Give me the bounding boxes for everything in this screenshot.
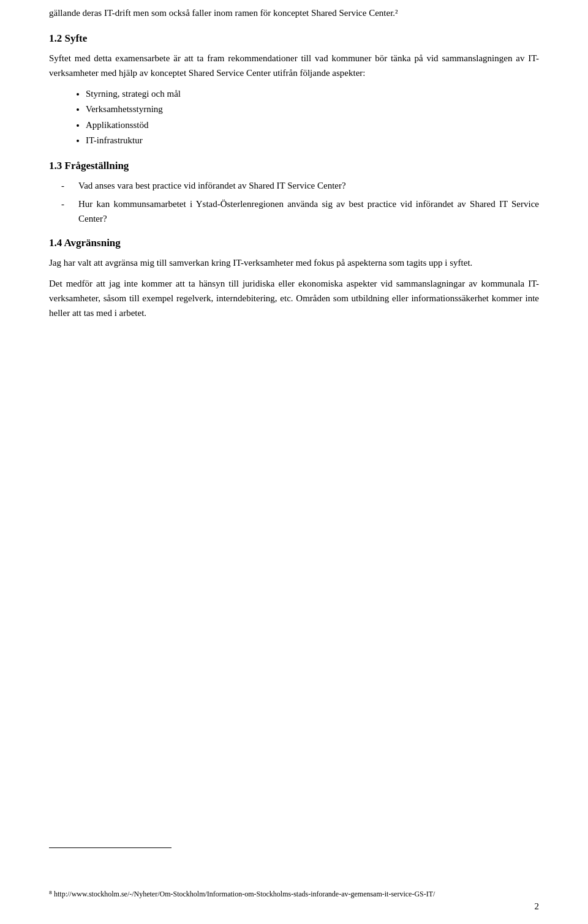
dash-text-2: Hur kan kommunsamarbetet i Ystad-Österle…	[78, 197, 539, 226]
section-13-dash-list: - Vad anses vara best practice vid inför…	[61, 178, 539, 226]
intro-text: gällande deras IT-drift men som också fa…	[49, 0, 539, 20]
section-13-title: 1.3 Frågeställning	[49, 160, 539, 172]
dash-symbol-2: -	[61, 197, 74, 211]
list-item: Styrning, strategi och mål	[86, 86, 539, 102]
dash-symbol-1: -	[61, 178, 74, 193]
section-12: 1.2 Syfte Syftet med detta examensarbete…	[49, 32, 539, 149]
section-12-body: Syftet med detta examensarbete är att ta…	[49, 51, 539, 80]
list-item: Verksamhetsstyrning	[86, 102, 539, 118]
section-12-title: 1.2 Syfte	[49, 32, 539, 45]
section-14: 1.4 Avgränsning Jag har valt att avgräns…	[49, 237, 539, 320]
dash-text-1: Vad anses vara best practice vid införan…	[78, 178, 346, 193]
section-14-body2: Det medför att jag inte kommer att ta hä…	[49, 276, 539, 320]
dash-item-2: - Hur kan kommunsamarbetet i Ystad-Öster…	[61, 197, 539, 226]
list-item: IT-infrastruktur	[86, 133, 539, 149]
section-14-title: 1.4 Avgränsning	[49, 237, 539, 249]
section-13: 1.3 Frågeställning - Vad anses vara best…	[49, 160, 539, 226]
list-item: Applikationsstöd	[86, 118, 539, 133]
page-number: 2	[535, 901, 540, 912]
dash-item-1: - Vad anses vara best practice vid inför…	[61, 178, 539, 193]
footnote-divider	[49, 847, 172, 848]
page: gällande deras IT-drift men som också fa…	[0, 0, 588, 924]
section-12-bullet-list: Styrning, strategi och mål Verksamhetsst…	[86, 86, 539, 149]
footnote-text: ⁸ http://www.stockholm.se/-/Nyheter/Om-S…	[49, 888, 539, 900]
section-14-body1: Jag har valt att avgränsa mig till samve…	[49, 255, 539, 270]
